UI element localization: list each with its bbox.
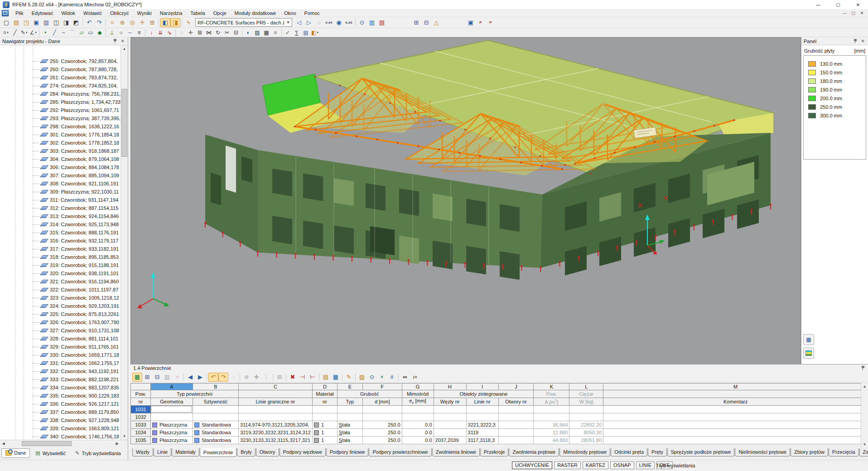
navigator-item[interactable]: 329: Czworobok; 911,1765,161: [0, 343, 128, 351]
case-combo[interactable]: RF-CONCRETE Surfaces PR5 - dach żelb ▼: [195, 18, 292, 27]
table-cell[interactable]: 3119: [466, 428, 498, 436]
navigator-item[interactable]: 312: Czworobok; 887,1154,115: [0, 204, 128, 212]
navigator-item[interactable]: 285: Płaszczyzna; 1,734,42,733: [0, 98, 128, 106]
table-cell[interactable]: [534, 413, 569, 421]
undo-button[interactable]: ↶: [84, 18, 94, 27]
table-cell[interactable]: [466, 405, 498, 413]
navigator-item[interactable]: 293: Płaszczyzna; 387,739,395,: [0, 114, 128, 122]
scroll-down-icon[interactable]: ▼: [861, 441, 868, 448]
table-cell[interactable]: 12.880: [534, 428, 569, 436]
navigator-item[interactable]: 307: Czworobok; 885,1094,109: [0, 171, 128, 180]
pin-icon[interactable]: [113, 39, 117, 44]
table-cell[interactable]: Standardowa: [193, 421, 238, 428]
column-header-G[interactable]: G: [402, 383, 434, 390]
column-header-M[interactable]: M: [603, 383, 868, 390]
refresh-results-button[interactable]: ◌: [314, 18, 324, 27]
table-cell[interactable]: Płaszczyzna: [150, 421, 193, 428]
menu-obliczy-[interactable]: Obliczyć: [106, 10, 133, 17]
navigator-item[interactable]: 338: Czworobok; 927,1228,948: [0, 416, 128, 424]
calculator-button[interactable]: #: [387, 373, 397, 382]
table-cell[interactable]: [466, 413, 498, 421]
table-cell[interactable]: [498, 405, 534, 413]
navigator-item[interactable]: 302: Czworobok; 1778,1852,18: [0, 139, 128, 147]
result-values-all-button[interactable]: x,xx: [344, 18, 354, 27]
table-tab-podpory-powierzchniowe[interactable]: Podpory powierzchniowe: [369, 448, 431, 456]
table-tab-odcinki-pr-ta[interactable]: Odcinki pręta: [611, 448, 647, 456]
table-cell[interactable]: 0.0: [402, 428, 434, 436]
tables-layout-button[interactable]: ⊟: [421, 18, 431, 27]
table-redo-button[interactable]: ↷: [218, 373, 228, 382]
table-tab-zwolnienia-liniowe[interactable]: Zwolnienia liniowe: [432, 448, 480, 456]
table-cell[interactable]: [150, 405, 193, 413]
import-file-button[interactable]: ◳: [21, 18, 31, 27]
pdf-print-button[interactable]: P: [486, 18, 496, 27]
table-cell[interactable]: [498, 421, 534, 428]
notes-button[interactable]: ✎: [344, 373, 354, 382]
table-cell[interactable]: [312, 413, 337, 421]
navigator-item[interactable]: 315: Czworobok; 888,1176,191: [0, 228, 128, 237]
scroll-right-icon[interactable]: ▶: [114, 440, 121, 447]
status-toggle-kartez[interactable]: KARTEZ: [583, 461, 608, 469]
zoom-orbit-button[interactable]: ◎: [127, 18, 137, 27]
navigator-item[interactable]: 255: Czworobok; 792,857,804,: [0, 57, 128, 65]
navigator-item[interactable]: 334: Czworobok; 883,1207,835: [0, 384, 128, 392]
grid-button[interactable]: ⌗: [271, 29, 280, 37]
pdf-export-button[interactable]: P: [476, 18, 486, 27]
table-cell[interactable]: 1: [312, 421, 337, 428]
interrupt-button[interactable]: ⋮: [261, 373, 271, 382]
open-file-button[interactable]: ▤: [11, 18, 21, 27]
new-opening-button[interactable]: ▭: [86, 29, 95, 37]
table-tab-otwory[interactable]: Otwory: [256, 448, 279, 456]
special-insert-button[interactable]: ✚: [251, 373, 261, 382]
navigator-item[interactable]: 260: Czworobok; 787,880,728,: [0, 65, 128, 73]
status-toggle-raster[interactable]: RASTER: [554, 461, 581, 469]
scroll-left-icon[interactable]: ◀: [0, 440, 7, 447]
table-tab-linie[interactable]: Linie: [154, 448, 171, 456]
table-tab-przekroje[interactable]: Przekroje: [480, 448, 508, 456]
table-tab-przeci-cia[interactable]: Przecięcia: [829, 448, 859, 456]
navigator-item[interactable]: 274: Czworobok; 734,825,104,: [0, 82, 128, 90]
send-button[interactable]: ◩: [71, 18, 81, 27]
printout-report-button[interactable]: ▤: [377, 18, 387, 27]
column-header-E[interactable]: E: [337, 383, 362, 390]
navigator-item[interactable]: 333: Czworobok; 882,1198,221: [0, 375, 128, 384]
navigator-item[interactable]: 313: Czworobok; 924,1154,846: [0, 212, 128, 220]
new-line-button[interactable]: ╱: [50, 29, 59, 37]
table-cell[interactable]: [603, 413, 868, 421]
menu-widok[interactable]: Widok: [57, 10, 79, 17]
navigator-item[interactable]: 308: Czworobok; 921,1106,191: [0, 180, 128, 188]
zoom-button[interactable]: ⊕: [117, 18, 127, 27]
table-curves-button[interactable]: ≈: [172, 373, 182, 382]
navigator-item[interactable]: 306: Czworobok; 884,1084,178: [0, 163, 128, 171]
close-icon[interactable]: ✕: [120, 39, 125, 44]
navigator-item[interactable]: 284: Płaszczyzna; 756,788,231,: [0, 90, 128, 98]
new-window-button[interactable]: ⊞: [147, 18, 157, 27]
mdi-restore-button[interactable]: ▢: [849, 10, 858, 17]
show-results-button[interactable]: ◉: [334, 18, 344, 27]
navigator-item[interactable]: 292: Płaszczyzna; 1061,697,71: [0, 106, 128, 114]
table-cell[interactable]: 8050.30: [569, 428, 603, 436]
table-settings-button[interactable]: ▦: [132, 373, 142, 382]
dimensions-button[interactable]: ∠▾: [29, 29, 38, 37]
rotate-button[interactable]: ↻: [213, 29, 222, 37]
new-file-button[interactable]: ▢: [1, 18, 11, 27]
table-cell[interactable]: [238, 413, 312, 421]
table-undo-button[interactable]: ↶: [208, 373, 218, 382]
table-tab-mimo-rody-pr-towe[interactable]: Mimośrody prętowe: [559, 448, 610, 456]
table-cell[interactable]: [569, 413, 603, 421]
row-header[interactable]: 1033: [131, 421, 151, 428]
navigator-item[interactable]: 330: Czworobok; 1659,1771,18: [0, 351, 128, 359]
copy-button[interactable]: ⊞: [195, 29, 204, 37]
table-tab-w-z-y[interactable]: Węzły: [132, 448, 153, 456]
redo-button[interactable]: ↷: [94, 18, 104, 27]
navigator-item[interactable]: 339: Czworobok; 1663,809,121: [0, 424, 128, 432]
maximize-button[interactable]: ▢: [828, 0, 848, 9]
row-header[interactable]: 1032: [131, 413, 151, 421]
line-hinge-button[interactable]: ○: [116, 29, 125, 37]
table-cell[interactable]: 44.883: [534, 436, 569, 444]
mirror-button[interactable]: ⋈: [204, 29, 213, 37]
navigator-item[interactable]: 337: Czworobok; 889,1179,850: [0, 408, 128, 416]
table-cell[interactable]: [603, 405, 868, 413]
status-toggle-osnap[interactable]: OSNAP: [610, 461, 634, 469]
row-header[interactable]: 1034: [131, 428, 151, 436]
